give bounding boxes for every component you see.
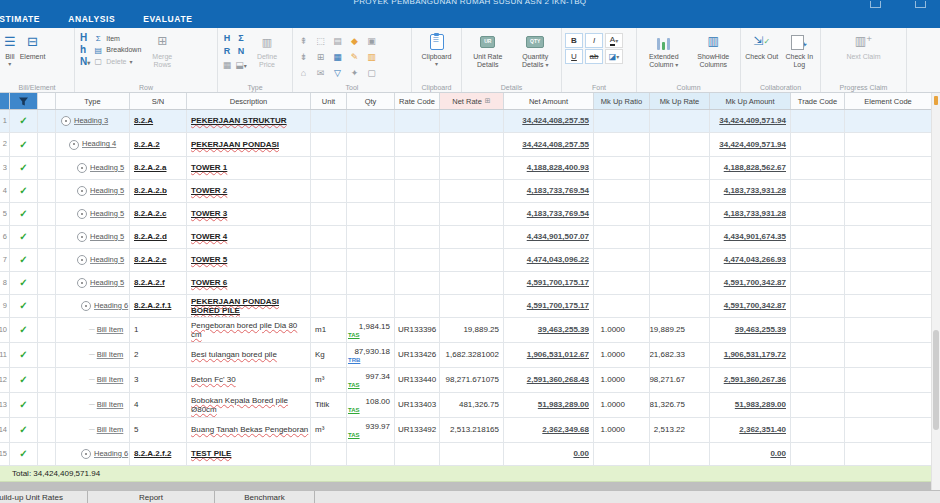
extended-column-button[interactable]: Extended Column ▾ [639, 31, 689, 70]
breakdown-button[interactable]: ▤Breakdown [93, 45, 141, 57]
cell-element-code[interactable] [845, 203, 932, 225]
cell-spacer[interactable] [38, 272, 56, 294]
cell-sn[interactable]: 8.2.A.2.a [130, 157, 187, 179]
net-amount-link[interactable]: 39,463,255.39 [538, 325, 589, 334]
cell-qty[interactable] [347, 133, 395, 156]
cell-trade-code[interactable] [791, 393, 845, 417]
cell-element-code[interactable] [845, 226, 932, 248]
cell-row-number[interactable]: 12 [0, 368, 10, 392]
cell-type[interactable]: ─Bill Item [56, 418, 130, 442]
edit-pen-icon[interactable]: ✎ [351, 53, 359, 62]
table-row[interactable]: 2✓Heading 48.2.A.2PEKERJAAN PONDASI34,42… [0, 133, 932, 157]
cell-rate-code[interactable]: UR133403 [395, 393, 440, 417]
cell-qty[interactable] [347, 110, 395, 132]
column-header-trade-code[interactable]: Trade Code [791, 93, 845, 109]
cell-trade-code[interactable] [791, 318, 845, 342]
cell-net-rate[interactable] [440, 133, 504, 156]
cell-mkup-ratio[interactable]: 1.0000 [594, 318, 650, 342]
cell-net-rate[interactable] [440, 110, 504, 132]
table-row[interactable]: 6✓Heading 58.2.A.2.dTOWER 44,434,901,507… [0, 226, 932, 249]
cell-element-code[interactable] [845, 343, 932, 367]
cell-element-code[interactable] [845, 249, 932, 271]
cell-mkup-rate[interactable] [650, 133, 710, 156]
cell-mkup-ratio[interactable] [594, 272, 650, 294]
cell-qty[interactable]: 939.97TAS [347, 418, 395, 442]
font-color-button[interactable]: A▾ [605, 33, 623, 48]
cell-row-number[interactable]: 14 [0, 418, 10, 442]
column-header-c1[interactable] [10, 93, 38, 109]
cell-trade-code[interactable] [791, 157, 845, 179]
cell-mkup-rate[interactable]: 21,682.33 [650, 343, 710, 367]
cell-spacer[interactable] [38, 295, 56, 317]
check-mark-icon[interactable]: ✓ [10, 226, 38, 248]
cell-spacer[interactable] [38, 180, 56, 202]
cell-net-amount[interactable]: 4,591,700,175.17 [504, 295, 594, 317]
check-mark-icon[interactable]: ✓ [10, 203, 38, 225]
cell-mkup-rate[interactable]: 2,513.22 [650, 418, 710, 442]
cell-net-rate[interactable] [440, 249, 504, 271]
cell-sn[interactable]: 8.2.A.2.b [130, 180, 187, 202]
qty-source-tag[interactable]: TRB [348, 357, 360, 363]
check-mark-icon[interactable]: ✓ [10, 393, 38, 417]
cell-net-rate[interactable]: 98,271.671075 [440, 368, 504, 392]
expander-icon[interactable] [77, 232, 87, 242]
envelope-icon[interactable]: ✉ [317, 69, 325, 78]
mkup-amount-link[interactable]: 4,434,901,674.35 [724, 232, 786, 241]
cell-type[interactable]: ─Bill Item [56, 343, 130, 367]
clipboard-button[interactable]: Clipboard▾ [420, 31, 454, 68]
cell-unit[interactable] [311, 295, 347, 317]
cell-row-number[interactable]: 15 [0, 443, 10, 465]
cell-qty[interactable] [347, 295, 395, 317]
cell-sn[interactable]: 8.2.A.2.c [130, 203, 187, 225]
quantity-details-button[interactable]: QTY Quantity Details ▾ [512, 31, 560, 70]
cell-unit[interactable] [311, 226, 347, 248]
expander-icon[interactable] [77, 186, 87, 196]
heading-h2-button[interactable]: h [80, 44, 90, 56]
cell-rate-code[interactable] [395, 272, 440, 294]
cell-net-amount[interactable]: 4,183,733,769.54 [504, 203, 594, 225]
cell-qty[interactable] [347, 203, 395, 225]
cell-unit[interactable] [311, 110, 347, 132]
cell-sn[interactable]: 8.2.A.2.e [130, 249, 187, 271]
net-amount-link[interactable]: 0.00 [573, 449, 589, 458]
link-icon[interactable]: ✦ [351, 69, 359, 78]
mkup-amount-link[interactable]: 39,463,255.39 [735, 325, 786, 334]
cell-unit[interactable] [311, 133, 347, 156]
cell-mkup-ratio[interactable] [594, 203, 650, 225]
cell-net-rate[interactable]: 1,682.3281002 [440, 343, 504, 367]
cell-unit[interactable]: m³ [311, 368, 347, 392]
expander-icon[interactable] [77, 163, 87, 173]
cell-element-code[interactable] [845, 295, 932, 317]
cell-sn[interactable]: 8.2.A.2.f.1 [130, 295, 187, 317]
cell-mkup-rate[interactable] [650, 226, 710, 248]
cell-net-amount[interactable]: 1,906,531,012.67 [504, 343, 594, 367]
table-row[interactable]: 1✓Heading 38.2.APEKERJAAN STRUKTUR34,424… [0, 110, 932, 133]
cell-mkup-amount[interactable]: 1,906,531,179.72 [710, 343, 791, 367]
qty-source-tag[interactable]: TAS [348, 382, 360, 388]
cell-trade-code[interactable] [791, 110, 845, 132]
qty-source-tag[interactable]: TAS [348, 407, 360, 413]
cell-net-rate[interactable] [440, 295, 504, 317]
cell-rate-code[interactable]: UR133492 [395, 418, 440, 442]
cell-net-amount[interactable]: 4,188,828,400.93 [504, 157, 594, 179]
table-row[interactable]: 3✓Heading 58.2.A.2.aTOWER 14,188,828,400… [0, 157, 932, 180]
cell-sn[interactable]: 8.2.A [130, 110, 187, 132]
heading-h-button[interactable]: H [80, 32, 90, 44]
cell-mkup-rate[interactable] [650, 110, 710, 132]
check-mark-icon[interactable]: ✓ [10, 418, 38, 442]
net-amount-link[interactable]: 34,424,408,257.55 [522, 116, 589, 125]
type-grid-icon[interactable]: ▦ [223, 60, 232, 70]
cell-sn[interactable]: 4 [130, 393, 187, 417]
cell-mkup-ratio[interactable] [594, 443, 650, 465]
cell-unit[interactable] [311, 180, 347, 202]
cell-mkup-ratio[interactable] [594, 157, 650, 179]
note-n-button[interactable]: N▾ [80, 56, 90, 68]
cell-net-amount[interactable]: 4,474,043,096.22 [504, 249, 594, 271]
cell-rate-code[interactable] [395, 203, 440, 225]
cell-type[interactable]: ─Bill Item [56, 368, 130, 392]
cell-type[interactable]: Heading 3 [56, 110, 130, 132]
cell-spacer[interactable] [38, 393, 56, 417]
element-button[interactable]: ⊟ Element [18, 31, 48, 62]
cell-mkup-ratio[interactable] [594, 110, 650, 132]
column-header-s-n[interactable]: S/N [130, 93, 187, 109]
